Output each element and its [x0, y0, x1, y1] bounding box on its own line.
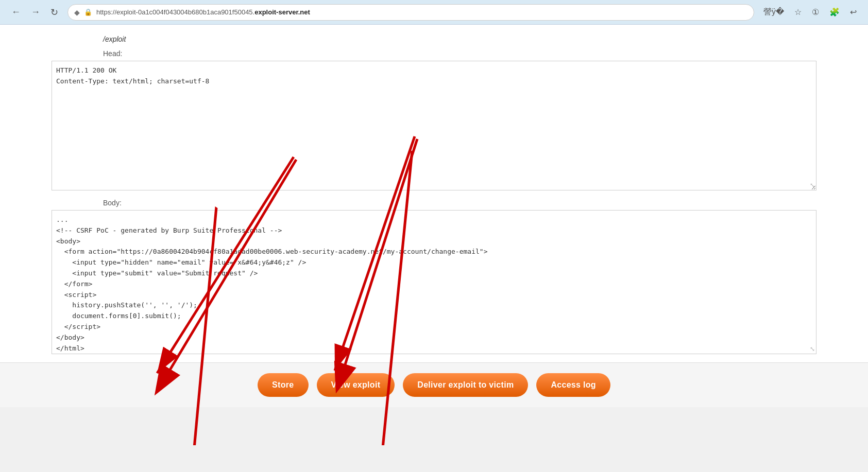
address-bar[interactable]: ◆ 🔒 https://exploit-0a1c004f043004b680b1… — [67, 4, 754, 21]
url-domain: exploit-server.net — [254, 8, 310, 16]
deliver-exploit-button[interactable]: Deliver exploit to victim — [403, 373, 528, 397]
head-label: Head: — [0, 49, 868, 61]
action-bar: Store View exploit Deliver exploit to vi… — [0, 362, 868, 407]
extensions-icon[interactable]: 🧩 — [826, 5, 843, 19]
refresh-button[interactable]: ↻ — [47, 5, 61, 20]
forward-button[interactable]: → — [28, 5, 43, 20]
head-editor-container: HTTP/1.1 200 OK Content-Type: text/html;… — [52, 61, 816, 190]
body-editor[interactable]: ... <!-- CSRF PoC - generated by Burp Su… — [52, 211, 816, 354]
view-exploit-button[interactable]: View exploit — [317, 373, 395, 397]
head-section: Head: HTTP/1.1 200 OK Content-Type: text… — [0, 49, 868, 199]
share-icon[interactable]: ↩ — [847, 5, 860, 19]
url-prefix: https://exploit-0a1c004f043004b680b1aca9… — [96, 8, 254, 16]
shield-icon: ◆ — [74, 8, 80, 16]
profile-icon[interactable]: ① — [809, 5, 822, 19]
path-label: /exploit — [0, 35, 868, 49]
star-icon[interactable]: ☆ — [791, 5, 805, 19]
main-content: /exploit Head: HTTP/1.1 200 OK Content-T… — [0, 25, 868, 407]
back-button[interactable]: ← — [8, 5, 24, 20]
body-editor-container: ... <!-- CSRF PoC - generated by Burp Su… — [52, 210, 816, 354]
url-display: https://exploit-0a1c004f043004b680b1aca9… — [96, 8, 310, 16]
horizontal-scrollbar[interactable] — [52, 354, 816, 354]
browser-actions: 謍ÿ� ☆ ① 🧩 ↩ — [760, 5, 860, 20]
lock-icon: 🔒 — [84, 8, 92, 16]
qr-icon[interactable]: 謍ÿ� — [760, 5, 787, 20]
access-log-button[interactable]: Access log — [536, 373, 610, 397]
store-button[interactable]: Store — [258, 373, 308, 397]
browser-chrome: ← → ↻ ◆ 🔒 https://exploit-0a1c004f043004… — [0, 0, 868, 25]
nav-buttons: ← → ↻ — [8, 5, 61, 20]
head-textarea[interactable]: HTTP/1.1 200 OK Content-Type: text/html;… — [52, 61, 816, 190]
body-section: Body: ... <!-- CSRF PoC - generated by B… — [0, 199, 868, 358]
body-label: Body: — [0, 199, 868, 210]
